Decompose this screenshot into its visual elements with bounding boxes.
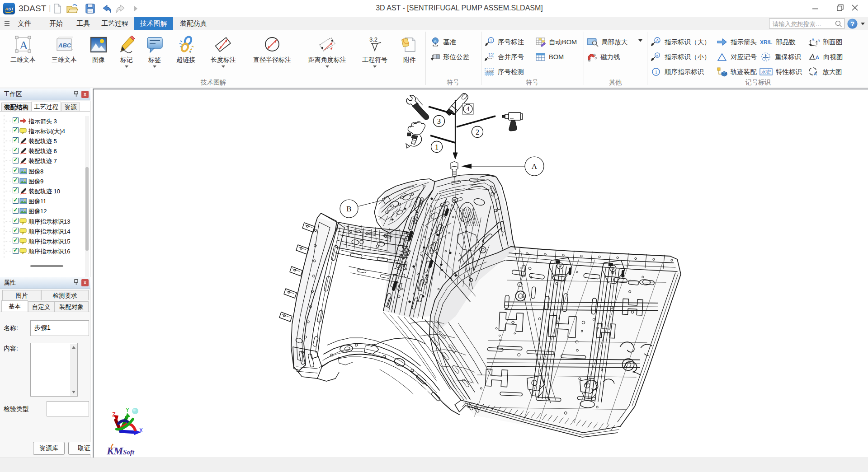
svg-text:1: 1: [490, 38, 492, 43]
svg-text:Soft: Soft: [123, 449, 135, 456]
svg-text:?: ?: [851, 20, 855, 28]
svg-text:2: 2: [476, 128, 479, 136]
svg-text:A: A: [532, 162, 538, 171]
svg-text:12: 12: [488, 52, 494, 57]
svg-text:1: 1: [435, 143, 439, 151]
svg-text:A: A: [19, 39, 28, 52]
svg-text:KM: KM: [106, 445, 124, 457]
svg-text:A: A: [816, 55, 819, 60]
svg-text:B: B: [346, 205, 351, 213]
svg-text:3: 3: [437, 117, 441, 125]
svg-text:XR/L: XR/L: [760, 39, 772, 46]
svg-text:4: 4: [467, 106, 470, 112]
svg-text:Y: Y: [126, 407, 129, 414]
svg-text:A: A: [817, 38, 820, 43]
svg-text:a: a: [656, 53, 658, 57]
svg-text:A: A: [811, 37, 815, 42]
svg-text:1: 1: [655, 69, 658, 75]
svg-text:水密: 水密: [761, 69, 771, 75]
svg-text:ABC: ABC: [58, 42, 71, 49]
svg-text:123: 123: [486, 69, 494, 74]
svg-text:A: A: [434, 39, 437, 43]
svg-text:A: A: [656, 38, 659, 43]
svg-text:3.2: 3.2: [369, 36, 377, 43]
svg-text:Z: Z: [112, 411, 116, 418]
svg-text:X: X: [139, 427, 143, 434]
svg-text:A: A: [814, 71, 817, 76]
